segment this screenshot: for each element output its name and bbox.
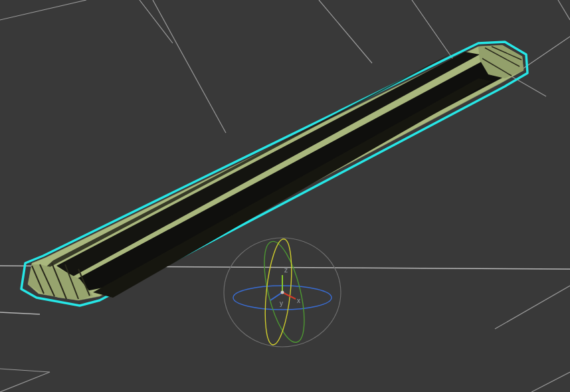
gizmo-yellow-ring[interactable] xyxy=(261,238,296,346)
axis-label-x: x xyxy=(297,297,300,304)
3d-viewport[interactable]: z y x xyxy=(0,0,570,392)
svg-line-1 xyxy=(282,292,296,299)
gizmo-green-ring[interactable] xyxy=(256,238,312,346)
view-gizmo[interactable]: z y x xyxy=(0,0,570,392)
axis-label-z: z xyxy=(284,266,288,274)
axis-label-y: y xyxy=(280,300,283,307)
svg-point-3 xyxy=(281,291,284,294)
gizmo-center-axes[interactable] xyxy=(270,275,296,300)
